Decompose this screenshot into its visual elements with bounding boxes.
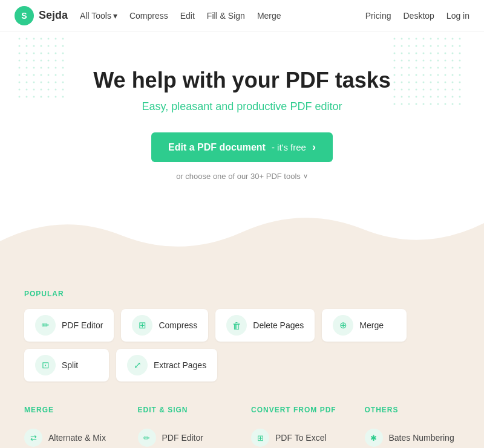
- logo[interactable]: S Sejda: [15, 6, 68, 25]
- nav-merge[interactable]: Merge: [257, 11, 281, 21]
- popular-tool-item[interactable]: 🗑 Delete Pages: [215, 309, 315, 342]
- categories-grid: MERGE ⇄ Alternate & Mix ⊕ Merge ⊟ Organi…: [24, 406, 460, 448]
- category-label: CONVERT FROM PDF: [251, 406, 347, 414]
- nav-pricing[interactable]: Pricing: [365, 11, 391, 21]
- nav-left: S Sejda All Tools ▾ Compress Edit Fill &…: [15, 6, 281, 25]
- category-column: OTHERS ✱ Bates Numbering ✂ Crop 🗑 Delete…: [365, 406, 460, 448]
- wave-divider: [0, 205, 484, 271]
- tool-name: Merge: [359, 320, 384, 330]
- tool-name: Extract Pages: [154, 360, 206, 370]
- nav-desktop[interactable]: Desktop: [403, 11, 434, 21]
- tool-name: Split: [62, 360, 78, 370]
- tool-icon: ⊡: [35, 355, 56, 375]
- popular-grid: ✏ PDF Editor ⊞ Compress 🗑 Delete Pages ⊕…: [24, 309, 460, 381]
- dots-decoration-left: [18, 37, 67, 98]
- cta-label: Edit a PDF document: [168, 142, 266, 153]
- category-label: EDIT & SIGN: [138, 406, 234, 414]
- cta-suffix: - it's free: [272, 142, 306, 152]
- cat-icon: ⇄: [24, 429, 42, 447]
- category-item[interactable]: ✏ PDF Editor: [138, 424, 234, 448]
- nav-compress[interactable]: Compress: [129, 11, 168, 21]
- tool-icon: ⤢: [127, 355, 148, 375]
- cat-name: Alternate & Mix: [48, 433, 106, 443]
- svg-rect-1: [393, 37, 466, 110]
- popular-tool-item[interactable]: ✏ PDF Editor: [24, 309, 114, 342]
- popular-tool-item[interactable]: ⊕ Merge: [322, 309, 407, 342]
- nav-edit[interactable]: Edit: [180, 11, 195, 21]
- logo-text: Sejda: [39, 9, 68, 22]
- category-item[interactable]: ⇄ Alternate & Mix: [24, 424, 120, 448]
- chevron-icon: ∨: [303, 172, 308, 180]
- tool-name: PDF Editor: [62, 320, 103, 330]
- category-column: MERGE ⇄ Alternate & Mix ⊕ Merge ⊟ Organi…: [24, 406, 120, 448]
- nav-all-tools[interactable]: All Tools ▾: [80, 11, 117, 21]
- category-label: MERGE: [24, 406, 120, 414]
- cat-name: Bates Numbering: [389, 433, 454, 443]
- tools-section: POPULAR ✏ PDF Editor ⊞ Compress 🗑 Delete…: [0, 271, 484, 448]
- category-column: CONVERT FROM PDF ⊞ PDF To Excel ⊡ PDF To…: [251, 406, 347, 448]
- category-label: OTHERS: [365, 406, 460, 414]
- svg-rect-3: [18, 37, 67, 98]
- popular-tool-item[interactable]: ⤢ Extract Pages: [116, 349, 217, 381]
- tool-icon: ⊕: [333, 315, 353, 336]
- cat-name: PDF Editor: [162, 433, 203, 443]
- logo-icon: S: [15, 6, 34, 25]
- popular-tool-item[interactable]: ⊞ Compress: [121, 309, 208, 342]
- cat-icon: ✱: [365, 429, 383, 447]
- cta-button[interactable]: Edit a PDF document - it's free ›: [151, 132, 333, 162]
- navbar: S Sejda All Tools ▾ Compress Edit Fill &…: [0, 0, 484, 31]
- nav-right: Pricing Desktop Log in: [365, 11, 469, 21]
- cat-icon: ✏: [138, 429, 156, 447]
- tool-name: Delete Pages: [253, 320, 304, 330]
- cat-name: PDF To Excel: [275, 433, 327, 443]
- hero-section: We help with your PDF tasks Easy, pleasa…: [0, 31, 484, 181]
- nav-login[interactable]: Log in: [446, 11, 469, 21]
- tool-icon: ✏: [35, 315, 56, 336]
- tool-icon: ⊞: [132, 315, 152, 336]
- category-item[interactable]: ✱ Bates Numbering: [365, 424, 460, 448]
- tool-icon: 🗑: [226, 315, 247, 336]
- popular-label: POPULAR: [24, 290, 460, 298]
- popular-tool-item[interactable]: ⊡ Split: [24, 349, 109, 381]
- svg-rect-4: [0, 253, 484, 271]
- tool-name: Compress: [159, 320, 197, 330]
- category-column: EDIT & SIGN ✏ PDF Editor 〜 Fill & Sign ▤…: [138, 406, 234, 448]
- category-item[interactable]: ⊞ PDF To Excel: [251, 424, 347, 448]
- hero-subtext: or choose one of our 30+ PDF tools ∨: [12, 172, 472, 181]
- dots-decoration-right: [393, 37, 466, 110]
- chevron-down-icon: ▾: [113, 11, 117, 21]
- cat-icon: ⊞: [251, 429, 269, 447]
- cta-arrow-icon: ›: [312, 141, 316, 154]
- nav-fill-sign[interactable]: Fill & Sign: [207, 11, 245, 21]
